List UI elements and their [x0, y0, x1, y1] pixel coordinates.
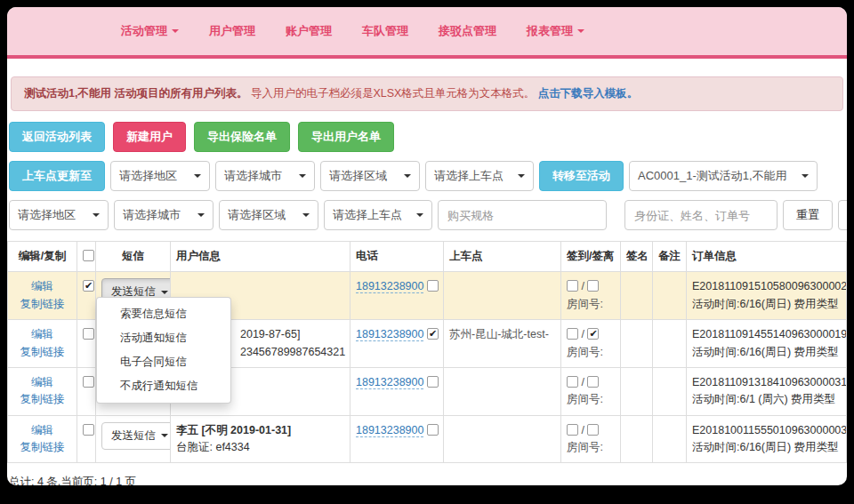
purchase-spec-input[interactable] [438, 200, 607, 230]
phone-link[interactable]: 18913238900 [356, 280, 423, 293]
send-sms-button[interactable]: 发送短信 [101, 422, 171, 450]
select-value: 请选择上车点 [434, 168, 504, 184]
sign-out-checkbox[interactable] [587, 376, 599, 388]
phone-link[interactable]: 18913238900 [356, 376, 423, 389]
navbar-divider [7, 55, 847, 59]
table-header-row: 编辑/复制 短信 用户信息 电话 上车点 签到/签离 签名 备注 订单信息 [8, 242, 847, 272]
menu-item-trip-cancel-notice-sms[interactable]: 不成行通知短信 [97, 374, 230, 398]
signature-cell [621, 272, 653, 320]
user-id: 台胞证: ef4334 [176, 441, 250, 453]
row-checkbox[interactable] [83, 424, 94, 436]
edit-link[interactable]: 编辑 [31, 424, 53, 436]
nav-item-report-mgmt[interactable]: 报表管理 [527, 23, 584, 39]
order-number: E2018110915105800963000025 [692, 280, 847, 292]
phone-link[interactable]: 18913238900 [356, 328, 423, 341]
edit-link[interactable]: 编辑 [31, 376, 53, 388]
pickup-point-select[interactable]: 请选择上车点 [425, 161, 534, 191]
sign-out-checkbox[interactable] [587, 280, 599, 292]
export-user-list-button[interactable]: 导出用户名单 [298, 122, 394, 152]
sign-separator: / [581, 424, 584, 436]
col-header-sms: 短信 [96, 242, 171, 272]
region-filter-select[interactable]: 请选择地区 [9, 200, 109, 230]
new-user-button[interactable]: 新建用户 [113, 122, 186, 152]
col-header-order: 订单信息 [687, 242, 847, 272]
district-select[interactable]: 请选择区域 [320, 161, 420, 191]
menu-item-e-contract-sms[interactable]: 电子合同短信 [97, 350, 230, 374]
city-filter-select[interactable]: 请选择城市 [114, 200, 214, 230]
nav-item-pickup-point-mgmt[interactable]: 接驳点管理 [439, 23, 496, 39]
filter-row-1: 上车点更新至 请选择地区 请选择城市 请选择区域 请选择上车点 转移至活动 AC… [9, 161, 843, 191]
phone-checkbox[interactable] [427, 328, 439, 340]
phone-checkbox[interactable] [427, 280, 439, 292]
edit-link[interactable]: 编辑 [31, 328, 53, 340]
nav-label: 车队管理 [362, 23, 408, 39]
update-pickup-point-button[interactable]: 上车点更新至 [9, 161, 105, 191]
phone-checkbox[interactable] [427, 424, 439, 436]
phone-checkbox[interactable] [427, 376, 439, 388]
select-value: AC0001_1-测试活动1,不能用 [638, 168, 787, 184]
transfer-to-activity-button[interactable]: 转移至活动 [539, 161, 624, 191]
export-insurance-list-button[interactable]: 导出保险名单 [194, 122, 290, 152]
back-to-activity-list-button[interactable]: 返回活动列表 [9, 122, 105, 152]
sign-separator: / [581, 376, 584, 388]
nav-item-account-mgmt[interactable]: 账户管理 [286, 23, 332, 39]
sign-out-checkbox[interactable] [587, 424, 599, 436]
room-label: 房间号: [567, 346, 603, 358]
nav-item-user-mgmt[interactable]: 用户管理 [209, 23, 255, 39]
nav-label: 账户管理 [286, 23, 332, 39]
target-activity-select[interactable]: AC0001_1-测试活动1,不能用 [629, 161, 818, 191]
sign-out-checkbox[interactable] [587, 328, 599, 340]
col-header-select-all [77, 242, 96, 272]
copy-link[interactable]: 复制链接 [20, 298, 65, 310]
phone-link[interactable]: 18913238900 [356, 424, 423, 437]
download-template-link[interactable]: 点击下载导入模板。 [538, 87, 639, 100]
reset-button[interactable]: 重置 [783, 200, 833, 230]
col-header-note: 备注 [653, 242, 687, 272]
caret-down-icon [172, 29, 179, 33]
menu-item-request-info-sms[interactable]: 索要信息短信 [97, 302, 230, 326]
caret-down-icon [302, 213, 310, 217]
sms-dropdown-menu: 索要信息短信 活动通知短信 电子合同短信 不成行通知短信 [96, 297, 231, 404]
caret-down-icon [161, 434, 168, 437]
caret-down-icon [518, 174, 525, 178]
row-checkbox[interactable] [83, 376, 94, 388]
district-filter-select[interactable]: 请选择区域 [219, 200, 318, 230]
city-select[interactable]: 请选择城市 [215, 161, 315, 191]
sign-in-checkbox[interactable] [567, 376, 578, 388]
menu-item-activity-notice-sms[interactable]: 活动通知短信 [97, 326, 230, 350]
sign-separator: / [581, 328, 584, 340]
sign-in-checkbox[interactable] [567, 280, 578, 292]
select-value: 请选择区域 [329, 168, 387, 184]
pickup-point-filter-select[interactable]: 请选择上车点 [324, 200, 432, 230]
caret-down-icon [299, 174, 306, 178]
pickup-point: 苏州-昆山-城北-test- [449, 328, 549, 340]
select-all-checkbox[interactable] [83, 250, 94, 261]
select-value: 请选择上车点 [333, 207, 402, 223]
filter-button[interactable]: 过滤 [838, 200, 847, 230]
alert-banner: 测试活动1,不能用 活动项目的所有用户列表。 导入用户的电子档必须是XLSX格式… [11, 76, 843, 111]
search-input[interactable] [624, 200, 777, 230]
order-detail: 活动时间:6/16(周日) 费用类型 [692, 441, 839, 453]
copy-link[interactable]: 复制链接 [20, 441, 65, 453]
copy-link[interactable]: 复制链接 [20, 346, 65, 358]
alert-text: 导入用户的电子档必须是XLSX格式且单元格为文本格式。 [251, 87, 535, 100]
sms-button-label: 发送短信 [111, 428, 156, 444]
select-value: 请选择城市 [123, 207, 181, 223]
action-button-row: 返回活动列表 新建用户 导出保险名单 导出用户名单 [9, 122, 843, 152]
sign-in-checkbox[interactable] [567, 424, 578, 436]
region-select[interactable]: 请选择地区 [110, 161, 210, 191]
caret-down-icon [93, 213, 100, 217]
row-checkbox[interactable] [83, 328, 94, 340]
copy-link[interactable]: 复制链接 [20, 393, 65, 405]
nav-item-fleet-mgmt[interactable]: 车队管理 [362, 23, 408, 39]
col-header-sign: 签到/签离 [561, 242, 621, 272]
nav-item-activity-mgmt[interactable]: 活动管理 [121, 23, 179, 39]
user-info: 李五 [不明 2019-01-31] [176, 424, 291, 436]
col-header-edit-copy: 编辑/复制 [8, 242, 77, 272]
nav-label: 活动管理 [121, 23, 167, 39]
caret-down-icon [577, 29, 584, 33]
row-checkbox[interactable] [83, 280, 94, 292]
sign-in-checkbox[interactable] [567, 328, 578, 340]
caret-down-icon [161, 291, 168, 294]
edit-link[interactable]: 编辑 [31, 280, 53, 292]
